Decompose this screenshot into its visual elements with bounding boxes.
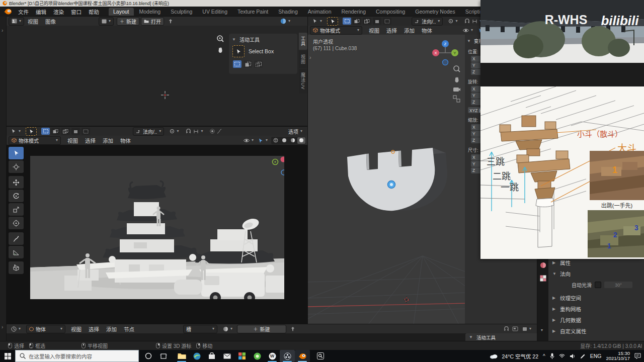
tool-cursor[interactable] — [9, 160, 24, 173]
nodetree-browse-dropdown[interactable]: ▾ — [220, 325, 235, 333]
expand-node-chevron[interactable]: › — [2, 324, 3, 330]
tool-move[interactable] — [9, 176, 24, 189]
node-menu-node[interactable]: 节点 — [120, 325, 138, 333]
zoom-gizmo-icon[interactable] — [216, 35, 224, 43]
auto-smooth-checkbox[interactable] — [595, 282, 601, 288]
properties-tab-more-icon[interactable]: ▾ — [541, 328, 543, 332]
shading-wireframe-icon[interactable] — [272, 137, 280, 144]
material-tab-icon[interactable] — [540, 262, 546, 268]
menu-help[interactable]: 帮助 — [85, 8, 103, 16]
view-menu[interactable]: 视图 — [64, 137, 82, 144]
proportional-edit-dropdown[interactable] — [207, 128, 224, 135]
geometry-data-panel[interactable]: ▶几何数据 — [552, 316, 632, 324]
pan-view-icon[interactable] — [453, 75, 461, 83]
node-menu-view[interactable]: 视图 — [67, 325, 85, 333]
start-button[interactable] — [0, 350, 15, 362]
workspace-tab-rendering[interactable]: Rendering — [337, 8, 370, 16]
menu-file[interactable]: 文件 — [15, 8, 32, 16]
tool-dropdown-2[interactable]: ▾ — [310, 18, 325, 25]
green-app-icon[interactable] — [250, 350, 265, 362]
blender-app-icon[interactable] — [4, 9, 12, 15]
tool-annotate[interactable] — [9, 232, 24, 245]
workspace-tab-uv-editing[interactable]: UV Editing — [198, 8, 232, 16]
ortho-toggle-icon[interactable] — [453, 95, 461, 103]
menu-render[interactable]: 渲染 — [50, 8, 67, 16]
mail-icon[interactable] — [219, 350, 234, 362]
clock[interactable]: 15:30 2021/10/17 — [606, 351, 630, 361]
select-menu-2[interactable]: 选择 — [383, 27, 400, 34]
node-active-tool-panel[interactable]: ▼ 活动工具 — [465, 333, 539, 341]
shading-solid-icon[interactable] — [280, 137, 288, 144]
mode-dropdown[interactable]: 物体模式▾ — [9, 136, 61, 145]
microphone-icon[interactable] — [550, 353, 554, 359]
pin-icon[interactable] — [168, 19, 173, 24]
editor-type-image-dropdown[interactable]: ▾ — [9, 17, 24, 26]
workspace-tab-sculpting[interactable]: Sculpting — [166, 8, 197, 16]
view-menu-2[interactable]: 视图 — [365, 27, 383, 34]
node-menu-select[interactable]: 选择 — [85, 325, 103, 333]
add-menu-2[interactable]: 添加 — [400, 27, 418, 34]
node-menu-add[interactable]: 添加 — [103, 325, 120, 333]
edited-object[interactable] — [338, 132, 450, 217]
select-mode-a-icon[interactable] — [343, 18, 351, 25]
image-channels-dropdown[interactable]: ▾ — [278, 18, 293, 25]
node-options-dropdown[interactable]: ▾ — [521, 325, 532, 333]
select-menu[interactable]: 选择 — [82, 137, 99, 144]
node-pin-icon[interactable] — [290, 326, 295, 332]
file-explorer-icon[interactable] — [174, 350, 189, 362]
tool-transform[interactable] — [9, 217, 24, 229]
image-open-button[interactable]: 打开 — [141, 17, 164, 26]
select-mode-b-icon[interactable] — [353, 18, 361, 25]
snap-dropdown[interactable]: ▾ — [183, 128, 205, 135]
node-object-dropdown[interactable]: 物体▾ — [26, 325, 65, 333]
gizmos-dropdown[interactable]: ▾ — [257, 137, 269, 144]
network-icon[interactable] — [559, 353, 565, 358]
transform-collapse-icon[interactable]: ▼ — [467, 39, 472, 43]
normals-panel[interactable]: ▼法向 — [552, 270, 632, 278]
texture-tab-icon[interactable] — [540, 275, 546, 282]
image-menu-view[interactable]: 视图 — [24, 18, 42, 25]
camera-view-icon[interactable] — [453, 86, 461, 93]
shading-rendered-icon[interactable] — [297, 137, 305, 144]
tool-dropdown[interactable]: ▾ — [9, 128, 23, 135]
screenshot-tool-icon[interactable] — [313, 350, 328, 362]
select-box-tool-icon[interactable] — [233, 46, 244, 57]
sidebar-tab-view[interactable]: 视图 — [299, 51, 307, 68]
auto-smooth-angle-field[interactable]: 30° — [604, 282, 632, 288]
node-overlay-icon[interactable] — [512, 326, 518, 331]
attributes-panel[interactable]: ▶属性 — [552, 259, 632, 266]
sidebar-tab-magic-uv[interactable]: 魔法UV — [299, 69, 307, 94]
media-app-icon[interactable] — [234, 350, 250, 362]
language-indicator[interactable]: ENG — [590, 353, 602, 359]
show-overlays-dropdown[interactable]: ▾ — [243, 137, 255, 144]
workspace-tab-shading[interactable]: Shading — [274, 8, 302, 16]
object-menu-2[interactable]: 物体 — [418, 27, 436, 34]
image-datablock-dropdown[interactable]: ▾ — [99, 17, 114, 26]
toolbar-collapsed-chevron[interactable]: › — [309, 55, 311, 60]
active-tool-select-box-icon[interactable] — [26, 128, 36, 135]
expand-toolbar-chevron[interactable]: › — [2, 28, 3, 33]
texture-space-panel[interactable]: ▶纹理空间 — [552, 294, 632, 302]
workspace-tab-layout[interactable]: Layout — [109, 8, 134, 16]
select-mode-extend-icon[interactable] — [244, 60, 252, 68]
mode-dropdown-2[interactable]: 物体模式▾ — [310, 26, 362, 35]
viewport-options-dropdown[interactable]: 选项▾ — [286, 128, 305, 135]
volume-icon[interactable] — [570, 353, 576, 359]
select-mode-c-icon[interactable] — [363, 18, 371, 25]
remesh-panel[interactable]: ▶重构网格 — [552, 305, 632, 313]
select-mode-d-icon[interactable] — [373, 18, 381, 25]
tool-add-cube[interactable] — [9, 261, 24, 274]
camera-viewport-canvas[interactable] — [7, 145, 308, 324]
tool-scale[interactable] — [9, 203, 24, 216]
workspace-tab-compositing[interactable]: Compositing — [371, 8, 410, 16]
node-panel-collapse-icon[interactable]: ▼ — [469, 335, 474, 339]
zoom-view-icon[interactable] — [453, 65, 461, 73]
pen-icon[interactable] — [580, 353, 586, 359]
select-mode-1-icon[interactable] — [41, 128, 50, 135]
active-tool-select-box-icon-2[interactable] — [328, 18, 338, 25]
node-snap-icon[interactable] — [504, 326, 509, 331]
cortana-icon[interactable] — [141, 350, 156, 362]
select-mode-4-icon[interactable] — [71, 128, 80, 135]
menu-window[interactable]: 窗口 — [67, 8, 85, 16]
obs-icon[interactable] — [280, 350, 295, 362]
